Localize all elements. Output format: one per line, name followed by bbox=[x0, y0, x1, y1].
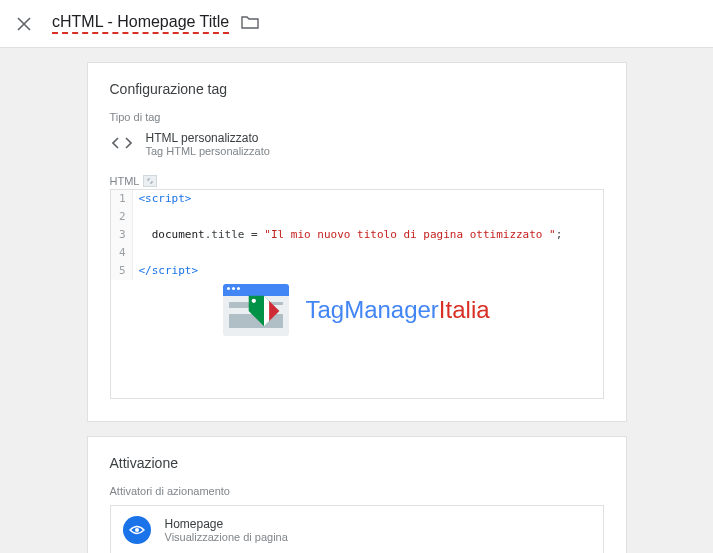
code-l1: <script> bbox=[139, 192, 192, 205]
code-l4 bbox=[133, 244, 139, 262]
trigger-desc: Visualizzazione di pagina bbox=[165, 531, 288, 543]
watermark-text-2: Italia bbox=[439, 296, 490, 323]
code-l2 bbox=[133, 208, 139, 226]
expand-icon[interactable] bbox=[143, 175, 157, 187]
activation-card-title: Attivazione bbox=[110, 455, 604, 471]
type-label: Tipo di tag bbox=[110, 111, 604, 123]
watermark-text: TagManagerItalia bbox=[305, 296, 489, 324]
html-field-label: HTML bbox=[110, 175, 604, 187]
tag-type-desc: Tag HTML personalizzato bbox=[146, 145, 270, 157]
pageview-icon bbox=[123, 516, 151, 544]
header-bar: cHTML - Homepage Title bbox=[0, 0, 713, 48]
code-l3d: ; bbox=[556, 228, 563, 241]
code-icon bbox=[110, 131, 134, 155]
svg-point-1 bbox=[135, 528, 139, 532]
watermark-text-1: TagManager bbox=[305, 296, 438, 323]
activators-label: Attivatori di azionamento bbox=[110, 485, 604, 497]
code-l3b: .title = bbox=[205, 228, 265, 241]
watermark: TagManagerItalia bbox=[111, 280, 603, 340]
config-card[interactable]: Configurazione tag Tipo di tag HTML pers… bbox=[87, 62, 627, 422]
trigger-name: Homepage bbox=[165, 517, 288, 531]
code-editor[interactable]: 1<script> 2 3 document.title = "Il mio n… bbox=[110, 189, 604, 399]
svg-point-0 bbox=[252, 299, 256, 303]
code-l3a: document bbox=[139, 228, 205, 241]
page-title[interactable]: cHTML - Homepage Title bbox=[52, 13, 229, 34]
code-l5: </script> bbox=[139, 264, 199, 277]
tag-type-row: HTML personalizzato Tag HTML personalizz… bbox=[110, 131, 604, 157]
content-area: Configurazione tag Tipo di tag HTML pers… bbox=[0, 48, 713, 553]
close-icon[interactable] bbox=[12, 12, 36, 36]
tag-type-name: HTML personalizzato bbox=[146, 131, 270, 145]
config-card-title: Configurazione tag bbox=[110, 81, 604, 97]
code-l3c: "Il mio nuovo titolo di pagina ottimizza… bbox=[264, 228, 555, 241]
trigger-row[interactable]: Homepage Visualizzazione di pagina bbox=[110, 505, 604, 553]
activation-card[interactable]: Attivazione Attivatori di azionamento Ho… bbox=[87, 436, 627, 553]
html-label-text: HTML bbox=[110, 175, 140, 187]
watermark-icon bbox=[223, 280, 293, 340]
folder-icon[interactable] bbox=[241, 15, 259, 32]
